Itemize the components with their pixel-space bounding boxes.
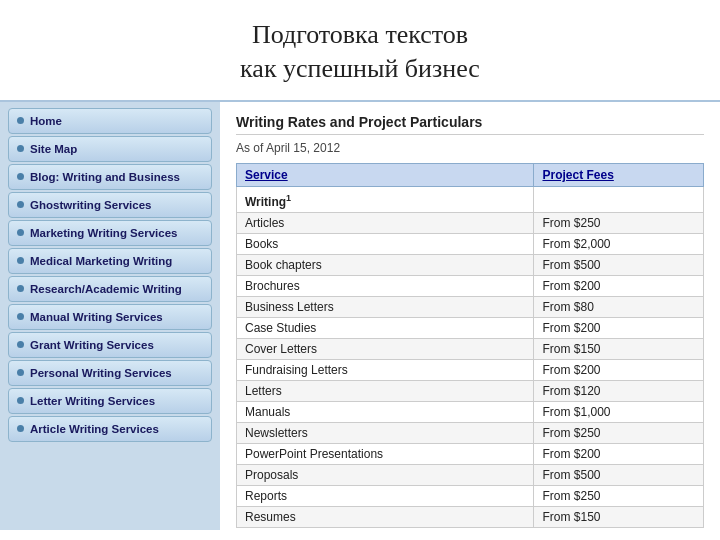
sidebar-item-6[interactable]: Research/Academic Writing [8, 276, 212, 302]
content-date: As of April 15, 2012 [236, 141, 704, 155]
service-name: Articles [237, 212, 534, 233]
sidebar-item-11[interactable]: Article Writing Services [8, 416, 212, 442]
sidebar-bullet [17, 425, 24, 432]
page-header: Подготовка текстов как успешный бизнес [0, 0, 720, 100]
content-title: Writing Rates and Project Particulars [236, 114, 704, 135]
rates-table: Service Project Fees Writing1ArticlesFro… [236, 163, 704, 528]
section-label: Writing1 [237, 186, 534, 212]
sidebar-item-2[interactable]: Blog: Writing and Business [8, 164, 212, 190]
service-name: Reports [237, 485, 534, 506]
table-row: ResumesFrom $150 [237, 506, 704, 527]
sidebar-item-3[interactable]: Ghostwriting Services [8, 192, 212, 218]
table-row: ManualsFrom $1,000 [237, 401, 704, 422]
service-fee: From $500 [534, 254, 704, 275]
sidebar: HomeSite MapBlog: Writing and BusinessGh… [0, 102, 220, 530]
sidebar-item-label: Marketing Writing Services [30, 227, 177, 239]
service-fee: From $200 [534, 443, 704, 464]
sidebar-bullet [17, 145, 24, 152]
sidebar-bullet [17, 117, 24, 124]
service-name: Fundraising Letters [237, 359, 534, 380]
sidebar-item-label: Ghostwriting Services [30, 199, 151, 211]
sidebar-item-label: Personal Writing Services [30, 367, 172, 379]
service-fee: From $150 [534, 338, 704, 359]
table-row: Case StudiesFrom $200 [237, 317, 704, 338]
sidebar-bullet [17, 229, 24, 236]
sidebar-bullet [17, 173, 24, 180]
service-name: Manuals [237, 401, 534, 422]
service-fee: From $1,000 [534, 401, 704, 422]
table-row: Fundraising LettersFrom $200 [237, 359, 704, 380]
service-name: Case Studies [237, 317, 534, 338]
sidebar-item-label: Medical Marketing Writing [30, 255, 172, 267]
sidebar-item-4[interactable]: Marketing Writing Services [8, 220, 212, 246]
service-fee: From $120 [534, 380, 704, 401]
service-name: Brochures [237, 275, 534, 296]
table-row: ReportsFrom $250 [237, 485, 704, 506]
service-fee: From $200 [534, 317, 704, 338]
sidebar-item-label: Letter Writing Services [30, 395, 155, 407]
sidebar-item-label: Grant Writing Services [30, 339, 154, 351]
sidebar-bullet [17, 341, 24, 348]
table-row: BooksFrom $2,000 [237, 233, 704, 254]
service-name: Letters [237, 380, 534, 401]
table-row: NewslettersFrom $250 [237, 422, 704, 443]
sidebar-item-7[interactable]: Manual Writing Services [8, 304, 212, 330]
service-fee: From $250 [534, 212, 704, 233]
service-name: Book chapters [237, 254, 534, 275]
table-row: ArticlesFrom $250 [237, 212, 704, 233]
service-fee: From $200 [534, 359, 704, 380]
page-title: Подготовка текстов как успешный бизнес [10, 18, 710, 86]
sidebar-item-label: Research/Academic Writing [30, 283, 182, 295]
service-name: Resumes [237, 506, 534, 527]
sidebar-bullet [17, 313, 24, 320]
service-fee: From $2,000 [534, 233, 704, 254]
service-fee: From $150 [534, 506, 704, 527]
service-fee: From $80 [534, 296, 704, 317]
sidebar-item-1[interactable]: Site Map [8, 136, 212, 162]
sidebar-item-10[interactable]: Letter Writing Services [8, 388, 212, 414]
table-row: Cover LettersFrom $150 [237, 338, 704, 359]
sidebar-item-label: Manual Writing Services [30, 311, 163, 323]
sidebar-item-label: Site Map [30, 143, 77, 155]
sidebar-bullet [17, 369, 24, 376]
table-row: PowerPoint PresentationsFrom $200 [237, 443, 704, 464]
sidebar-item-label: Article Writing Services [30, 423, 159, 435]
col-header-fees: Project Fees [534, 163, 704, 186]
service-name: PowerPoint Presentations [237, 443, 534, 464]
service-name: Newsletters [237, 422, 534, 443]
sidebar-bullet [17, 257, 24, 264]
sidebar-item-label: Blog: Writing and Business [30, 171, 180, 183]
service-fee: From $200 [534, 275, 704, 296]
sidebar-item-5[interactable]: Medical Marketing Writing [8, 248, 212, 274]
service-fee: From $250 [534, 422, 704, 443]
col-header-service: Service [237, 163, 534, 186]
table-row: BrochuresFrom $200 [237, 275, 704, 296]
section-fee [534, 186, 704, 212]
service-fee: From $250 [534, 485, 704, 506]
sidebar-item-8[interactable]: Grant Writing Services [8, 332, 212, 358]
table-row: ProposalsFrom $500 [237, 464, 704, 485]
sidebar-item-9[interactable]: Personal Writing Services [8, 360, 212, 386]
sidebar-item-label: Home [30, 115, 62, 127]
table-row: Book chaptersFrom $500 [237, 254, 704, 275]
content-area: Writing Rates and Project Particulars As… [220, 102, 720, 530]
service-fee: From $500 [534, 464, 704, 485]
sidebar-item-0[interactable]: Home [8, 108, 212, 134]
table-row: LettersFrom $120 [237, 380, 704, 401]
sidebar-bullet [17, 201, 24, 208]
service-name: Books [237, 233, 534, 254]
service-name: Business Letters [237, 296, 534, 317]
sidebar-bullet [17, 397, 24, 404]
sidebar-bullet [17, 285, 24, 292]
main-layout: HomeSite MapBlog: Writing and BusinessGh… [0, 100, 720, 530]
service-name: Cover Letters [237, 338, 534, 359]
table-row: Business LettersFrom $80 [237, 296, 704, 317]
table-section-header: Writing1 [237, 186, 704, 212]
service-name: Proposals [237, 464, 534, 485]
